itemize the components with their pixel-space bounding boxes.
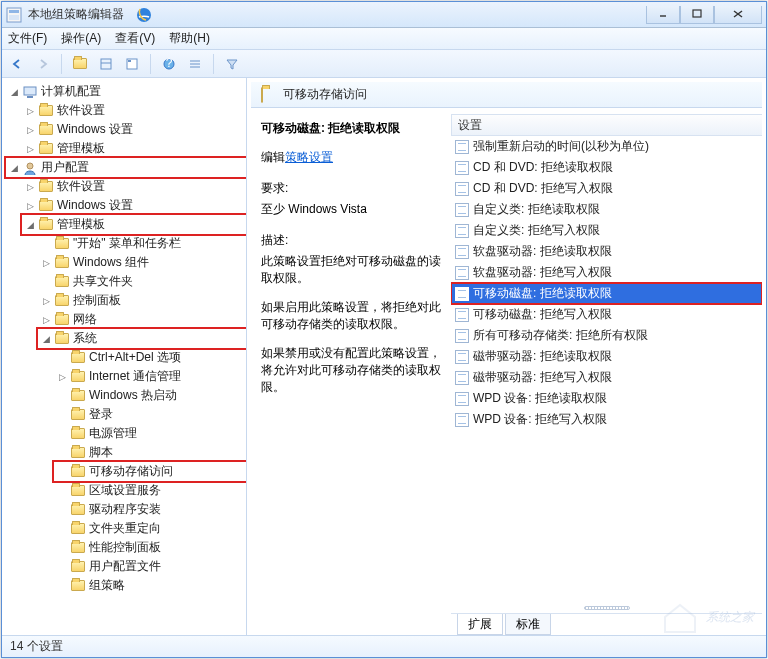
tree-item[interactable]: 脚本 [54, 443, 246, 462]
list-item[interactable]: 可移动磁盘: 拒绝读取权限 [451, 283, 762, 304]
list-item-label: 自定义类: 拒绝读取权限 [473, 201, 600, 218]
list-item[interactable]: 磁带驱动器: 拒绝读取权限 [451, 346, 762, 367]
svg-rect-18 [27, 96, 33, 98]
description-label: 描述: [261, 232, 445, 249]
forward-button[interactable] [32, 53, 54, 75]
list-button[interactable] [184, 53, 206, 75]
policy-icon [455, 182, 469, 196]
details-pane: 可移动存储访问 可移动磁盘: 拒绝读取权限 编辑策略设置 要求: 至少 Wind… [247, 78, 766, 635]
properties-button[interactable] [121, 53, 143, 75]
tree-item[interactable]: ▷软件设置 [22, 101, 246, 120]
tree-item[interactable]: ▷控制面板 [38, 291, 246, 310]
back-button[interactable] [6, 53, 28, 75]
tree-computer-config[interactable]: ◢ 计算机配置 [6, 82, 246, 101]
tree-pane[interactable]: ◢ 计算机配置 ▷软件设置 ▷Windows 设置 ▷管理模板 ◢ [2, 78, 247, 635]
list-item-label: 可移动磁盘: 拒绝读取权限 [473, 285, 612, 302]
list-item[interactable]: 自定义类: 拒绝读取权限 [451, 199, 762, 220]
tree-item[interactable]: ▷网络 [38, 310, 246, 329]
menubar: 文件(F) 操作(A) 查看(V) 帮助(H) [2, 28, 766, 50]
policy-icon [455, 350, 469, 364]
list-item[interactable]: CD 和 DVD: 拒绝写入权限 [451, 178, 762, 199]
list-item[interactable]: 可移动磁盘: 拒绝写入权限 [451, 304, 762, 325]
list-item[interactable]: 所有可移动存储类: 拒绝所有权限 [451, 325, 762, 346]
list-item-label: 软盘驱动器: 拒绝读取权限 [473, 243, 612, 260]
svg-rect-1 [9, 10, 19, 13]
policy-icon [455, 245, 469, 259]
tree-item[interactable]: ▷Windows 组件 [38, 253, 246, 272]
list-item-label: 可移动磁盘: 拒绝写入权限 [473, 306, 612, 323]
list-item-label: 磁带驱动器: 拒绝写入权限 [473, 369, 612, 386]
tree-item[interactable]: 性能控制面板 [54, 538, 246, 557]
list-item-label: 强制重新启动的时间(以秒为单位) [473, 138, 649, 155]
list-item[interactable]: WPD 设备: 拒绝写入权限 [451, 409, 762, 430]
resize-handle[interactable] [451, 603, 762, 613]
description-p3: 如果禁用或没有配置此策略设置，将允许对此可移动存储类的读取权限。 [261, 345, 445, 396]
tree-item[interactable]: ▷Internet 通信管理 [54, 367, 246, 386]
window-title: 本地组策略编辑器 [28, 6, 124, 23]
tree-item[interactable]: 电源管理 [54, 424, 246, 443]
description-p1: 此策略设置拒绝对可移动磁盘的读取权限。 [261, 253, 445, 287]
tree-item[interactable]: ▷管理模板 [22, 139, 246, 158]
list-item[interactable]: 强制重新启动的时间(以秒为单位) [451, 136, 762, 157]
view-button[interactable] [95, 53, 117, 75]
settings-list[interactable]: 强制重新启动的时间(以秒为单位)CD 和 DVD: 拒绝读取权限CD 和 DVD… [451, 136, 762, 603]
status-text: 14 个设置 [10, 638, 63, 655]
menu-action[interactable]: 操作(A) [61, 30, 101, 47]
minimize-button[interactable] [646, 6, 680, 24]
svg-rect-5 [693, 10, 701, 17]
folder-button[interactable] [69, 53, 91, 75]
tree-admin-templates[interactable]: ◢管理模板 [22, 215, 246, 234]
tree-item[interactable]: 区域设置服务 [54, 481, 246, 500]
tree-item[interactable]: 驱动程序安装 [54, 500, 246, 519]
list-item[interactable]: 软盘驱动器: 拒绝读取权限 [451, 241, 762, 262]
tree-removable-storage[interactable]: 可移动存储访问 [54, 462, 246, 481]
tree-item[interactable]: 文件夹重定向 [54, 519, 246, 538]
close-button[interactable] [714, 6, 762, 24]
tab-standard[interactable]: 标准 [505, 614, 551, 635]
list-item[interactable]: 自定义类: 拒绝写入权限 [451, 220, 762, 241]
details-header-title: 可移动存储访问 [283, 86, 367, 103]
menu-file[interactable]: 文件(F) [8, 30, 47, 47]
list-item-label: CD 和 DVD: 拒绝读取权限 [473, 159, 613, 176]
column-header-settings[interactable]: 设置 [451, 114, 762, 136]
tree-item[interactable]: "开始" 菜单和任务栏 [38, 234, 246, 253]
svg-point-19 [27, 163, 33, 169]
tree-item[interactable]: 登录 [54, 405, 246, 424]
list-item-label: WPD 设备: 拒绝读取权限 [473, 390, 607, 407]
policy-icon [455, 287, 469, 301]
tree-user-config[interactable]: ◢ 用户配置 [6, 158, 246, 177]
menu-view[interactable]: 查看(V) [115, 30, 155, 47]
maximize-button[interactable] [680, 6, 714, 24]
tree-item[interactable]: ▷Windows 设置 [22, 120, 246, 139]
policy-settings-link[interactable]: 策略设置 [285, 150, 333, 164]
tree-system[interactable]: ◢系统 [38, 329, 246, 348]
list-item-label: 软盘驱动器: 拒绝写入权限 [473, 264, 612, 281]
description-p2: 如果启用此策略设置，将拒绝对此可移动存储类的读取权限。 [261, 299, 445, 333]
policy-icon [455, 266, 469, 280]
tree-item[interactable]: Ctrl+Alt+Del 选项 [54, 348, 246, 367]
policy-icon [455, 308, 469, 322]
app-window: 本地组策略编辑器 文件(F) 操作(A) 查看(V) 帮助(H) ? [1, 1, 767, 658]
list-item-label: 所有可移动存储类: 拒绝所有权限 [473, 327, 648, 344]
list-item[interactable]: 磁带驱动器: 拒绝写入权限 [451, 367, 762, 388]
tree-item[interactable]: 组策略 [54, 576, 246, 595]
list-item-label: CD 和 DVD: 拒绝写入权限 [473, 180, 613, 197]
list-item-label: 磁带驱动器: 拒绝读取权限 [473, 348, 612, 365]
policy-icon [455, 371, 469, 385]
menu-help[interactable]: 帮助(H) [169, 30, 210, 47]
tree-item[interactable]: ▷软件设置 [22, 177, 246, 196]
tab-extended[interactable]: 扩展 [457, 614, 503, 635]
list-item[interactable]: 软盘驱动器: 拒绝写入权限 [451, 262, 762, 283]
tree-item[interactable]: 用户配置文件 [54, 557, 246, 576]
filter-button[interactable] [221, 53, 243, 75]
tree-item[interactable]: Windows 热启动 [54, 386, 246, 405]
list-item[interactable]: CD 和 DVD: 拒绝读取权限 [451, 157, 762, 178]
tree-item[interactable]: 共享文件夹 [38, 272, 246, 291]
policy-icon [455, 329, 469, 343]
help-button[interactable]: ? [158, 53, 180, 75]
details-header: 可移动存储访问 [251, 82, 762, 108]
tree-item[interactable]: ▷Windows 设置 [22, 196, 246, 215]
list-item[interactable]: WPD 设备: 拒绝读取权限 [451, 388, 762, 409]
svg-text:?: ? [166, 57, 173, 70]
policy-icon [455, 161, 469, 175]
